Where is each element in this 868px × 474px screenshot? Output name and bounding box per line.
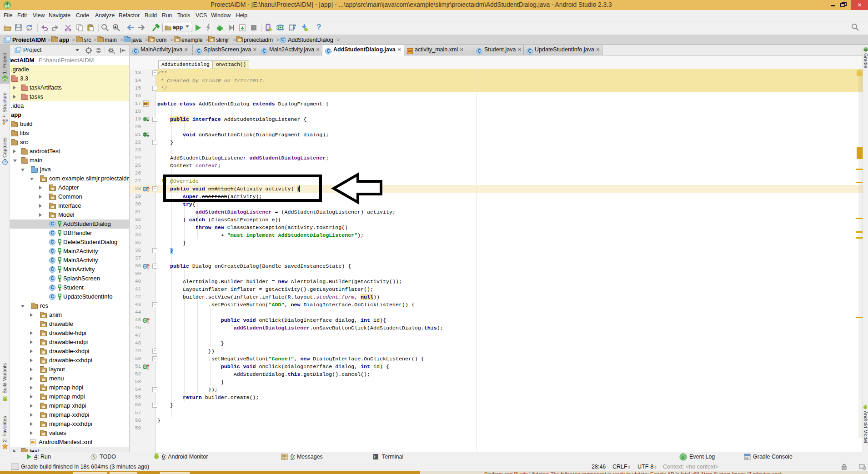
svg-text:2: 2 (682, 455, 684, 459)
svg-text:<>: <> (144, 103, 147, 106)
svg-text:A: A (114, 25, 117, 29)
